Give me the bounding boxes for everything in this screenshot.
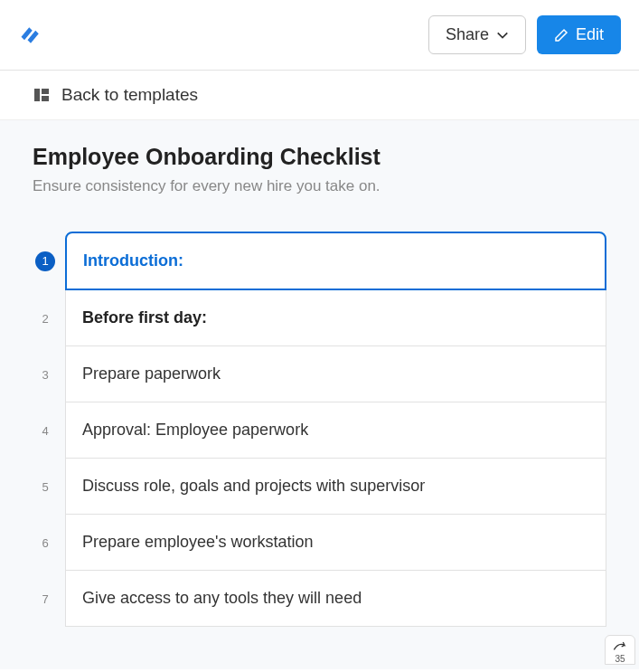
checklist-row: 6Prepare employee's workstation [33, 515, 606, 571]
logo[interactable] [18, 23, 43, 48]
step-card[interactable]: Discuss role, goals and projects with su… [65, 459, 606, 515]
step-number: 4 [33, 424, 58, 438]
checklist-row: 3Prepare paperwork [33, 346, 606, 402]
svg-rect-0 [34, 89, 40, 101]
logo-icon [18, 23, 43, 48]
step-number: 7 [33, 592, 58, 606]
step-card[interactable]: Approval: Employee paperwork [65, 402, 606, 459]
step-card[interactable]: Prepare employee's workstation [65, 515, 606, 571]
checklist-row: 2Before first day: [33, 290, 606, 346]
back-to-templates[interactable]: Back to templates [0, 71, 639, 120]
pencil-icon [554, 28, 569, 43]
step-number: 5 [33, 480, 58, 494]
page-title: Employee Onboarding Checklist [33, 144, 606, 170]
step-card[interactable]: Before first day: [65, 290, 606, 346]
checklist-row: 5Discuss role, goals and projects with s… [33, 459, 606, 515]
content-area: Employee Onboarding Checklist Ensure con… [0, 120, 639, 669]
step-card[interactable]: Prepare paperwork [65, 346, 606, 402]
step-number: 6 [33, 536, 58, 550]
chevron-down-icon [496, 29, 509, 42]
step-card[interactable]: Give access to any tools they will need [65, 571, 606, 627]
svg-rect-1 [42, 89, 49, 94]
header: Share Edit [0, 0, 639, 71]
back-label: Back to templates [61, 85, 198, 105]
checklist-row: 4Approval: Employee paperwork [33, 402, 606, 459]
step-card[interactable]: Introduction: [65, 232, 606, 290]
header-actions: Share Edit [428, 15, 621, 54]
checklist: 1Introduction:2Before first day:3Prepare… [33, 232, 606, 627]
step-number: 3 [33, 368, 58, 382]
page-description: Ensure consistency for every new hire yo… [33, 177, 606, 195]
share-button[interactable]: Share [428, 15, 526, 54]
step-number: 2 [33, 312, 58, 326]
edit-button-label: Edit [576, 25, 604, 44]
checklist-row: 7Give access to any tools they will need [33, 571, 606, 627]
share-arrow-icon [611, 639, 629, 654]
share-count: 35 [615, 654, 625, 664]
floating-share-widget[interactable]: 35 [605, 635, 635, 665]
svg-rect-2 [42, 96, 49, 101]
checklist-row: 1Introduction: [33, 232, 606, 290]
templates-icon [33, 86, 51, 104]
step-number: 1 [35, 251, 55, 271]
edit-button[interactable]: Edit [537, 15, 621, 54]
share-button-label: Share [446, 25, 489, 44]
